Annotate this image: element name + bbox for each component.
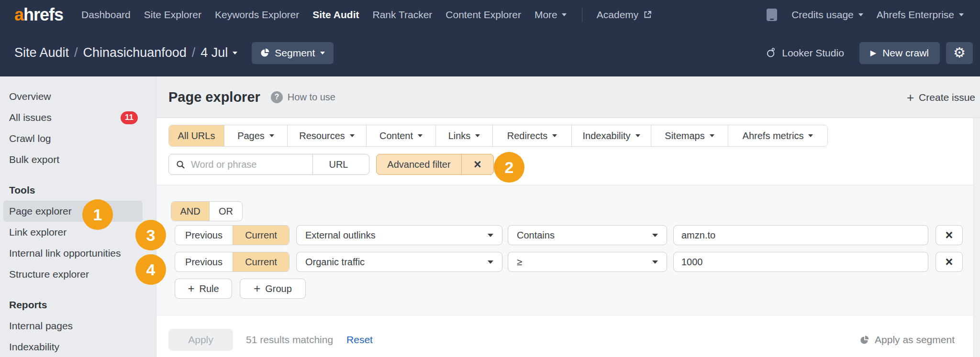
create-issue-button[interactable]: + Create issue [907, 76, 975, 118]
previous-button[interactable]: Previous [175, 252, 233, 271]
search-row: URL Advanced filter × [168, 154, 494, 175]
sidebar-item-page-explorer[interactable]: Page explorer [3, 201, 143, 222]
reset-link[interactable]: Reset [346, 334, 373, 346]
breadcrumb-separator: / [74, 45, 78, 60]
settings-button[interactable]: ⚙ [946, 42, 973, 64]
chevron-down-icon [562, 13, 567, 16]
nav-more-menu[interactable]: More [535, 9, 567, 21]
sidebar-section-reports: Reports [9, 294, 156, 315]
workspace-menu[interactable]: Ahrefs Enterprise [877, 9, 964, 21]
nav-item-dashboard[interactable]: Dashboard [81, 9, 131, 21]
chevron-down-icon [350, 134, 355, 137]
step-annotation-2: 2 [494, 152, 524, 183]
remove-rule-button[interactable]: × [935, 225, 963, 245]
plus-icon: + [254, 283, 260, 294]
credits-usage-menu[interactable]: Credits usage [791, 9, 863, 21]
ahrefs-logo[interactable]: ahrefs [14, 5, 63, 25]
current-button[interactable]: Current [233, 226, 289, 245]
nav-item-site-explorer[interactable]: Site Explorer [144, 9, 201, 21]
tab-ahrefs-metrics[interactable]: Ahrefs metrics [728, 125, 827, 146]
tab-all-urls[interactable]: All URLs [169, 125, 224, 146]
add-group-button[interactable]: + Group [240, 279, 306, 299]
field-select[interactable]: Organic traffic [296, 252, 502, 272]
breadcrumb-site-audit[interactable]: Site Audit [14, 45, 69, 60]
sidebar-section-tools: Tools [9, 180, 156, 201]
operator-select[interactable]: ≥ [508, 252, 667, 272]
apply-row: Apply 51 results matching Reset Apply as… [168, 329, 973, 351]
how-to-use-link[interactable]: How to use [288, 92, 335, 103]
version-toggle: Previous Current [175, 252, 290, 272]
add-buttons-row: + Rule + Group [175, 279, 306, 299]
sidebar-item-crawl-log[interactable]: Crawl log [3, 128, 143, 149]
clear-advanced-filter-button[interactable]: × [462, 154, 493, 174]
advanced-filter-panel: AND OR Previous Current External outlink… [156, 185, 973, 315]
tab-sitemaps[interactable]: Sitemaps [651, 125, 728, 146]
sidebar-item-internal-link-opportunities[interactable]: Internal link opportunities [3, 243, 143, 264]
breadcrumb-project[interactable]: Chinasichuanfood [83, 45, 187, 60]
vertical-scrollbar[interactable] [973, 118, 980, 357]
step-annotation-1: 1 [82, 199, 113, 230]
step-annotation-4: 4 [135, 254, 166, 285]
rule-value-input[interactable] [673, 225, 928, 245]
tab-content[interactable]: Content [366, 125, 435, 146]
chevron-down-icon [959, 13, 964, 16]
nav-divider [582, 8, 582, 22]
sidebar-item-all-issues[interactable]: All issues 11 [3, 107, 143, 128]
pie-chart-icon [260, 48, 269, 57]
sidebar-item-structure-explorer[interactable]: Structure explorer [3, 264, 143, 285]
tab-resources[interactable]: Resources [287, 125, 366, 146]
chevron-down-icon [488, 234, 493, 237]
previous-button[interactable]: Previous [175, 226, 233, 245]
project-bar: Site Audit / Chinasichuanfood / 4 Jul Se… [0, 29, 980, 76]
plus-icon: + [188, 283, 194, 294]
chevron-down-icon [808, 134, 813, 137]
apply-as-segment-button[interactable]: Apply as segment [860, 334, 955, 346]
logic-and-button[interactable]: AND [171, 202, 209, 221]
nav-academy-link[interactable]: Academy [597, 9, 653, 21]
page-header: Page explorer ? How to use + Create issu… [156, 76, 980, 118]
logic-or-button[interactable]: OR [209, 202, 242, 221]
search-box: URL [168, 154, 369, 175]
results-count-text: 51 results matching [246, 334, 333, 346]
new-crawl-button[interactable]: ▶ New crawl [859, 42, 940, 64]
search-input[interactable] [185, 159, 312, 170]
nav-item-rank-tracker[interactable]: Rank Tracker [372, 9, 432, 21]
current-button[interactable]: Current [233, 252, 289, 271]
tab-links[interactable]: Links [435, 125, 492, 146]
segment-dropdown-button[interactable]: Segment [252, 42, 334, 64]
nav-item-keywords-explorer[interactable]: Keywords Explorer [215, 9, 299, 21]
sidebar-item-link-explorer[interactable]: Link explorer [3, 222, 143, 243]
tab-redirects[interactable]: Redirects [492, 125, 571, 146]
gear-icon: ⚙ [953, 44, 966, 61]
filter-tabs: All URLs Pages Resources Content Links R… [168, 125, 828, 147]
help-icon[interactable]: ? [271, 91, 283, 103]
advanced-filter-label[interactable]: Advanced filter [377, 154, 461, 174]
sidebar-item-overview[interactable]: Overview [3, 86, 143, 107]
nav-item-site-audit[interactable]: Site Audit [312, 9, 359, 21]
rule-value-input[interactable] [673, 252, 928, 272]
tab-indexability[interactable]: Indexability [571, 125, 651, 146]
remove-rule-button[interactable]: × [935, 252, 963, 272]
crawl-date-dropdown[interactable]: 4 Jul [200, 45, 237, 60]
device-tablet-icon[interactable] [766, 7, 778, 22]
chevron-down-icon [710, 134, 714, 137]
logic-toggle: AND OR [171, 201, 243, 221]
tab-pages[interactable]: Pages [224, 125, 287, 146]
sidebar-item-bulk-export[interactable]: Bulk export [3, 149, 143, 170]
search-icon [176, 160, 185, 169]
step-annotation-3: 3 [135, 220, 166, 250]
chevron-down-icon [269, 134, 274, 137]
looker-studio-link[interactable]: Looker Studio [766, 47, 844, 59]
breadcrumb-separator: / [192, 45, 196, 60]
field-select[interactable]: External outlinks [296, 225, 502, 245]
chevron-down-icon [552, 134, 557, 137]
add-rule-button[interactable]: + Rule [175, 279, 232, 299]
operator-select[interactable]: Contains [508, 225, 667, 245]
apply-button[interactable]: Apply [168, 329, 233, 351]
search-scope-dropdown[interactable]: URL [312, 154, 369, 174]
sidebar-item-indexability[interactable]: Indexability [3, 336, 143, 357]
top-navigation: ahrefs Dashboard Site Explorer Keywords … [0, 0, 980, 29]
sidebar-item-internal-pages[interactable]: Internal pages [3, 315, 143, 336]
chevron-down-icon [858, 13, 863, 16]
nav-item-content-explorer[interactable]: Content Explorer [445, 9, 521, 21]
